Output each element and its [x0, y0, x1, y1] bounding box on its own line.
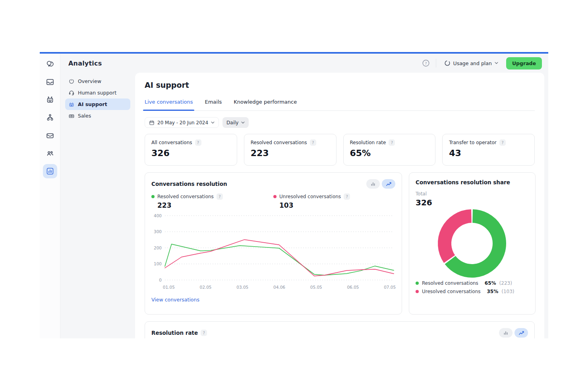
metric-value: 223	[251, 148, 330, 158]
tab-bar: Live conversations Emails Knowledge perf…	[145, 99, 535, 111]
metric-all-conversations: All conversations? 326	[145, 134, 237, 166]
resolution-donut-chart[interactable]	[416, 207, 529, 279]
svg-text:?: ?	[425, 61, 427, 66]
sidebar-item-ai-support[interactable]: AI support	[65, 98, 130, 110]
metric-value: 65%	[350, 148, 429, 158]
overview-icon	[68, 78, 75, 85]
metric-resolved-conversations: Resolved conversations? 223	[244, 134, 337, 166]
tab-knowledge-performance[interactable]: Knowledge performance	[234, 99, 297, 110]
tab-live-conversations[interactable]: Live conversations	[145, 99, 193, 110]
help-badge-icon[interactable]: ?	[499, 139, 506, 146]
sidebar-item-human-support[interactable]: Human support	[65, 87, 130, 98]
bar-chart-toggle[interactable]	[366, 179, 380, 189]
page-title: Analytics	[68, 60, 102, 67]
metric-transfer-to-operator: Transfer to operator? 43	[442, 134, 535, 166]
legend-percent: 65%	[485, 280, 496, 286]
upgrade-button[interactable]: Upgrade	[506, 57, 542, 70]
help-badge-icon[interactable]: ?	[344, 193, 350, 200]
sales-icon	[68, 113, 75, 119]
total-label: Total	[416, 191, 529, 197]
help-badge-icon[interactable]: ?	[217, 193, 223, 200]
tab-emails[interactable]: Emails	[205, 99, 222, 110]
donut-legend: Resolved conversations 65% (223) Uresolv…	[416, 280, 529, 294]
metric-label: All conversations	[151, 140, 192, 145]
filter-bar: 20 May - 20 Jun 2024 Daily	[145, 117, 535, 128]
usage-ring-icon	[444, 60, 451, 66]
legend-count: (103)	[501, 289, 514, 294]
usage-and-plan-dropdown[interactable]: Usage and plan	[442, 58, 501, 68]
sidebar-item-sales[interactable]: Sales	[65, 110, 130, 122]
header-divider	[436, 59, 436, 68]
legend-label: Unresolved conversations	[279, 194, 341, 199]
metric-cards: All conversations? 326 Resolved conversa…	[145, 134, 535, 166]
chevron-down-icon	[495, 62, 498, 64]
contacts-icon[interactable]	[43, 146, 57, 160]
metric-resolution-rate: Resolution rate? 65%	[343, 134, 436, 166]
chevron-down-icon	[241, 122, 245, 124]
chatbot-icon[interactable]	[43, 93, 57, 107]
resolution-line-chart[interactable]: 010020030040001.0502.0503.0504.0605.0506…	[151, 212, 396, 294]
svg-text:300: 300	[154, 229, 162, 234]
ai-support-page: AI support Live conversations Emails Kno…	[135, 73, 544, 338]
help-badge-icon[interactable]: ?	[195, 139, 201, 146]
svg-text:01.05: 01.05	[163, 285, 175, 290]
inbox-icon[interactable]	[43, 75, 57, 89]
usage-and-plan-label: Usage and plan	[453, 60, 492, 66]
legend-value: 103	[279, 201, 395, 209]
icon-rail	[40, 54, 60, 338]
panel-title: Conversations resolution share	[416, 179, 510, 185]
metric-value: 43	[449, 148, 528, 158]
sidebar-item-label: Human support	[78, 90, 116, 96]
legend-label: Resolved conversations	[422, 280, 478, 286]
bar-chart-toggle[interactable]	[499, 328, 513, 338]
granularity-dropdown[interactable]: Daily	[222, 117, 249, 128]
conversations-resolution-panel: Conversations resolution	[145, 172, 402, 315]
sidebar-item-label: AI support	[78, 101, 107, 107]
line-chart-toggle[interactable]	[382, 179, 395, 189]
conversations-resolution-share-panel: Conversations resolution share Total 326	[409, 172, 536, 315]
flows-icon[interactable]	[43, 110, 57, 125]
line-chart-legend: Resolved conversations ? 223 Unre	[151, 193, 395, 209]
help-badge-icon[interactable]: ?	[389, 139, 395, 146]
svg-text:02.05: 02.05	[199, 285, 211, 290]
svg-text:03.05: 03.05	[236, 285, 248, 290]
resolved-legend-dot	[151, 195, 155, 198]
total-value: 326	[416, 198, 529, 207]
line-chart-icon	[518, 330, 525, 336]
line-chart-toggle[interactable]	[514, 328, 528, 338]
view-conversations-link[interactable]: View conversations	[151, 297, 199, 303]
sidebar-item-overview[interactable]: Overview	[65, 75, 130, 87]
analytics-sidebar: Overview Human support AI support S	[60, 73, 135, 338]
line-chart-icon	[385, 181, 392, 187]
svg-text:100: 100	[154, 261, 162, 266]
date-range-value: 20 May - 20 Jun 2024	[157, 120, 208, 126]
granularity-value: Daily	[226, 120, 238, 126]
date-range-picker[interactable]: 20 May - 20 Jun 2024	[145, 117, 219, 128]
sidebar-item-label: Sales	[78, 113, 91, 119]
help-badge-icon[interactable]: ?	[310, 139, 316, 146]
legend-count: (223)	[499, 280, 512, 286]
page-canvas: Analytics ? Usage and plan Upgrade	[0, 0, 588, 392]
help-icon[interactable]: ?	[422, 59, 430, 68]
metric-label: Resolved conversations	[251, 140, 307, 145]
svg-text:06.05: 06.05	[347, 285, 359, 290]
campaigns-icon[interactable]	[43, 128, 57, 143]
help-badge-icon[interactable]: ?	[201, 330, 207, 336]
sidebar-item-label: Overview	[78, 78, 101, 84]
section-title: AI support	[145, 81, 535, 89]
analytics-icon[interactable]	[43, 164, 57, 178]
bar-chart-icon	[370, 181, 376, 187]
metric-label: Resolution rate	[350, 140, 386, 145]
svg-text:200: 200	[154, 245, 162, 250]
resolution-rate-panel: Resolution rate ?	[145, 321, 535, 338]
panel-title: Resolution rate	[151, 330, 198, 336]
svg-text:0: 0	[159, 278, 162, 282]
header: Analytics ? Usage and plan Upgrade	[60, 54, 548, 73]
robot-icon	[68, 101, 75, 108]
legend-label: Resolved conversations	[157, 194, 214, 199]
metric-label: Transfer to operator	[449, 140, 497, 145]
legend-percent: 35%	[487, 289, 499, 294]
legend-label: Uresolved conversations	[422, 289, 481, 294]
logo-icon[interactable]	[43, 57, 57, 71]
bar-chart-icon	[503, 330, 509, 336]
